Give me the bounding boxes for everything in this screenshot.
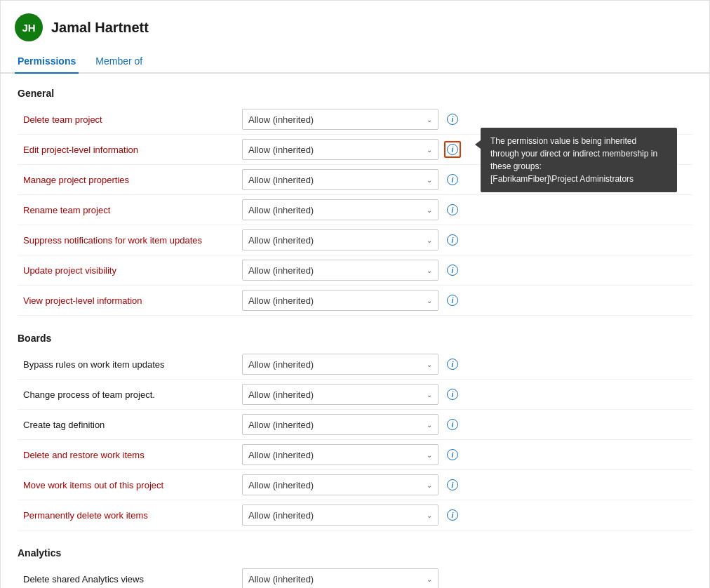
permission-row: Change process of team project. Allow (i…	[18, 380, 692, 410]
user-name: Jamal Hartnett	[51, 20, 149, 36]
permission-row: Edit project-level information Allow (in…	[18, 135, 692, 165]
permission-name: Delete shared Analytics views	[18, 574, 242, 584]
permission-value: Allow (inherited)	[248, 420, 314, 430]
info-circle: i	[447, 174, 458, 185]
permission-name: View project-level information	[18, 295, 242, 306]
permission-select[interactable]: Allow (inherited) ⌄	[242, 109, 438, 130]
permission-value: Allow (inherited)	[248, 114, 314, 125]
permission-row: Delete shared Analytics views Allow (inh…	[18, 564, 692, 588]
info-icon[interactable]: i	[444, 262, 461, 279]
permission-select[interactable]: Allow (inherited) ⌄	[242, 229, 438, 250]
tabs-bar: Permissions Member of	[1, 50, 709, 74]
section-analytics: Analytics Delete shared Analytics views …	[18, 547, 692, 588]
permission-row: Update project visibility Allow (inherit…	[18, 255, 692, 286]
chevron-down-icon: ⌄	[427, 206, 432, 214]
permission-value: Allow (inherited)	[248, 450, 314, 460]
info-icon[interactable]: i	[444, 111, 461, 128]
permission-name: Suppress notifications for work item upd…	[18, 235, 242, 246]
info-circle: i	[447, 144, 458, 155]
permission-value: Allow (inherited)	[248, 175, 314, 185]
info-icon[interactable]: i	[444, 201, 461, 218]
permission-select[interactable]: Allow (inherited) ⌄	[242, 384, 438, 405]
info-icon[interactable]: i	[444, 356, 461, 373]
permission-select[interactable]: Allow (inherited) ⌄	[242, 568, 438, 588]
permission-value: Allow (inherited)	[248, 205, 314, 215]
info-circle: i	[447, 389, 458, 400]
avatar: JH	[15, 13, 43, 41]
permission-row: Create tag definition Allow (inherited) …	[18, 410, 692, 440]
info-icon[interactable]: i	[444, 232, 461, 248]
info-circle: i	[447, 204, 458, 215]
info-icon[interactable]: i	[444, 507, 461, 523]
section-boards-title: Boards	[18, 333, 692, 344]
tab-permissions[interactable]: Permissions	[15, 50, 79, 72]
info-circle: i	[447, 509, 458, 521]
permission-name: Move work items out of this project	[18, 480, 242, 490]
section-boards: Boards Bypass rules on work item updates…	[18, 333, 692, 530]
info-circle: i	[447, 234, 458, 246]
chevron-down-icon: ⌄	[427, 512, 432, 519]
permission-name: Manage project properties	[18, 175, 242, 185]
info-icon[interactable]: i	[444, 416, 461, 433]
header: JH Jamal Hartnett	[1, 1, 709, 50]
permission-select[interactable]: Allow (inherited) ⌄	[242, 414, 438, 435]
chevron-down-icon: ⌄	[427, 481, 432, 489]
permission-value: Allow (inherited)	[248, 574, 314, 584]
permission-select[interactable]: Allow (inherited) ⌄	[242, 474, 438, 495]
permission-row: Permanently delete work items Allow (inh…	[18, 500, 692, 530]
chevron-down-icon: ⌄	[427, 236, 432, 244]
info-icon-highlighted[interactable]: i	[444, 141, 461, 158]
info-circle: i	[447, 114, 458, 125]
chevron-down-icon: ⌄	[427, 297, 432, 305]
chevron-down-icon: ⌄	[427, 146, 432, 154]
permission-value: Allow (inherited)	[248, 480, 314, 490]
permission-name: Rename team project	[18, 205, 242, 215]
permission-name: Update project visibility	[18, 265, 242, 276]
permission-name: Create tag definition	[18, 420, 242, 430]
info-icon-placeholder	[444, 570, 461, 587]
permission-select[interactable]: Allow (inherited) ⌄	[242, 354, 438, 375]
section-general: General Delete team project Allow (inher…	[18, 88, 692, 316]
info-circle: i	[447, 265, 458, 276]
info-circle: i	[447, 359, 458, 370]
info-icon[interactable]: i	[444, 386, 461, 403]
chevron-down-icon: ⌄	[427, 391, 432, 399]
tooltip-text: The permission value is being inherited …	[490, 136, 657, 184]
section-analytics-title: Analytics	[18, 547, 692, 559]
permission-name: Change process of team project.	[18, 389, 242, 400]
permission-name: Bypass rules on work item updates	[18, 359, 242, 370]
permission-select[interactable]: Allow (inherited) ⌄	[242, 139, 438, 160]
chevron-down-icon: ⌄	[427, 267, 432, 274]
permission-value: Allow (inherited)	[248, 359, 314, 370]
permission-value: Allow (inherited)	[248, 510, 314, 521]
permission-name: Delete and restore work items	[18, 450, 242, 460]
permission-row: Move work items out of this project Allo…	[18, 470, 692, 500]
permission-select[interactable]: Allow (inherited) ⌄	[242, 444, 438, 465]
permission-name: Edit project-level information	[18, 145, 242, 155]
permission-select[interactable]: Allow (inherited) ⌄	[242, 260, 438, 281]
permission-select[interactable]: Allow (inherited) ⌄	[242, 169, 438, 190]
info-icon[interactable]: i	[444, 446, 461, 463]
permission-select[interactable]: Allow (inherited) ⌄	[242, 290, 438, 311]
permission-name: Permanently delete work items	[18, 510, 242, 521]
info-icon[interactable]: i	[444, 292, 461, 309]
permission-select[interactable]: Allow (inherited) ⌄	[242, 505, 438, 526]
info-icon[interactable]: i	[444, 476, 461, 493]
content-area: General Delete team project Allow (inher…	[1, 74, 709, 588]
chevron-down-icon: ⌄	[427, 421, 432, 429]
permission-value: Allow (inherited)	[248, 145, 314, 155]
permission-row: View project-level information Allow (in…	[18, 286, 692, 316]
permission-name: Delete team project	[18, 114, 242, 125]
chevron-down-icon: ⌄	[427, 451, 432, 459]
info-circle: i	[447, 419, 458, 430]
tab-member-of[interactable]: Member of	[93, 50, 145, 72]
permission-value: Allow (inherited)	[248, 295, 314, 306]
section-general-title: General	[18, 88, 692, 99]
permission-row: Bypass rules on work item updates Allow …	[18, 349, 692, 380]
info-circle: i	[447, 295, 458, 306]
info-icon[interactable]: i	[444, 171, 461, 188]
permission-select[interactable]: Allow (inherited) ⌄	[242, 199, 438, 220]
permission-row: Suppress notifications for work item upd…	[18, 225, 692, 255]
tooltip-box: The permission value is being inherited …	[481, 128, 677, 192]
permission-value: Allow (inherited)	[248, 265, 314, 276]
